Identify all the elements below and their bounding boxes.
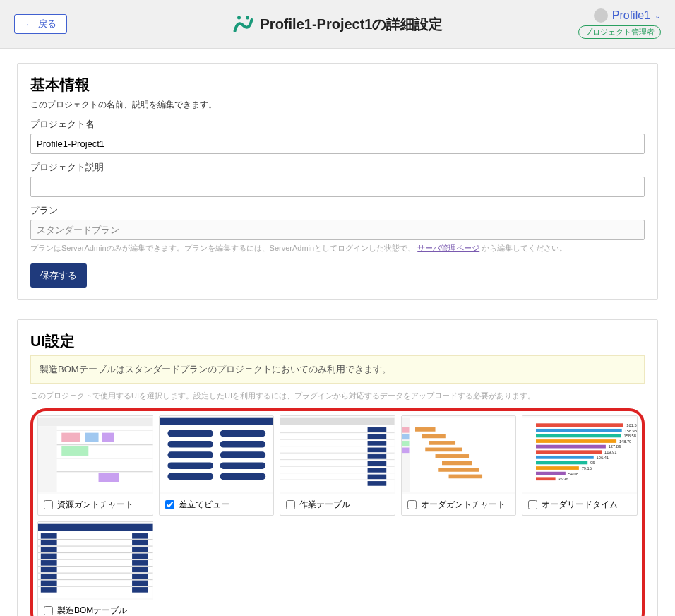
basic-info-section: 基本情報 このプロジェクトの名前、説明を編集できます。 プロジェクト名 プロジェ… xyxy=(17,63,658,300)
back-button[interactable]: ← 戻る xyxy=(14,14,67,34)
svg-rect-89 xyxy=(41,567,57,573)
svg-rect-18 xyxy=(167,441,213,448)
ui-card-resource-gantt: 資源ガントチャート xyxy=(37,415,153,516)
svg-text:79.16: 79.16 xyxy=(582,466,592,470)
svg-rect-53 xyxy=(429,441,455,445)
user-menu[interactable]: Profile1 ⌄ プロジェクト管理者 xyxy=(578,8,661,39)
svg-rect-70 xyxy=(536,450,602,454)
card-foot[interactable]: オーダリードタイム xyxy=(522,494,637,515)
card-foot[interactable]: 作業テーブル xyxy=(280,494,395,515)
svg-rect-52 xyxy=(422,434,445,439)
thumb-work-table xyxy=(280,416,395,494)
card-foot[interactable]: 差立てビュー xyxy=(160,494,274,515)
thumb-order-gantt xyxy=(402,416,516,494)
app-logo-icon xyxy=(232,13,255,35)
card-label: オーダガントチャート xyxy=(421,499,506,511)
svg-rect-49 xyxy=(402,441,410,446)
thumb-dispatch-view xyxy=(160,416,274,494)
topbar: ← 戻る Profile1-Project1の詳細設定 Profile1 ⌄ プ… xyxy=(0,0,675,49)
svg-rect-91 xyxy=(41,581,57,586)
thumb-resource-gantt xyxy=(38,416,153,494)
card-label: 製造BOMテーブル xyxy=(57,605,127,616)
svg-point-0 xyxy=(237,16,241,20)
svg-rect-16 xyxy=(167,430,213,437)
svg-rect-51 xyxy=(415,427,436,432)
thumb-bom-table xyxy=(38,522,153,600)
basic-desc: このプロジェクトの名前、説明を編集できます。 xyxy=(30,99,645,111)
svg-rect-22 xyxy=(167,462,213,469)
role-badge: プロジェクト管理者 xyxy=(578,25,661,39)
svg-rect-27 xyxy=(280,418,395,425)
svg-rect-7 xyxy=(102,433,114,442)
ui-grid: 資源ガントチャート xyxy=(30,408,645,616)
card-foot[interactable]: 製造BOMテーブル xyxy=(38,600,153,616)
svg-rect-56 xyxy=(442,461,472,466)
svg-rect-5 xyxy=(61,433,80,442)
svg-text:148.79: 148.79 xyxy=(619,439,631,444)
svg-rect-85 xyxy=(41,540,57,546)
back-label: 戻る xyxy=(38,18,56,30)
user-name: Profile1 xyxy=(612,9,650,22)
svg-point-1 xyxy=(246,16,249,20)
checkbox-work-table[interactable] xyxy=(286,500,295,509)
svg-rect-60 xyxy=(536,423,623,427)
thumb-order-leadtime: 161.5 158.98 158.58 148.79 127.83 119.91… xyxy=(522,416,637,494)
svg-rect-92 xyxy=(41,587,57,593)
ui-settings-section: UI設定 製造BOMテーブルはスタンダードプランのプロジェクトにおいてのみ利用で… xyxy=(17,319,658,616)
svg-text:95: 95 xyxy=(590,461,595,465)
svg-rect-54 xyxy=(425,448,462,452)
checkbox-order-gantt[interactable] xyxy=(407,500,417,509)
server-admin-link[interactable]: サーバ管理ページ xyxy=(417,244,479,252)
svg-rect-87 xyxy=(41,554,57,559)
ui-card-order-gantt: オーダガントチャート xyxy=(401,415,517,516)
ui-card-dispatch-view: 差立てビュー xyxy=(159,415,275,516)
svg-rect-24 xyxy=(167,473,213,480)
svg-text:127.83: 127.83 xyxy=(609,444,621,449)
svg-rect-62 xyxy=(536,429,622,432)
ui-card-order-leadtime: 161.5 158.98 158.58 148.79 127.83 119.91… xyxy=(522,415,638,516)
svg-rect-57 xyxy=(438,468,479,472)
ui-title: UI設定 xyxy=(30,331,645,351)
card-label: オーダリードタイム xyxy=(542,499,618,511)
svg-rect-58 xyxy=(448,475,482,479)
svg-rect-19 xyxy=(220,441,265,448)
svg-rect-101 xyxy=(132,587,148,593)
card-foot[interactable]: 資源ガントチャート xyxy=(38,494,153,515)
project-desc-input[interactable] xyxy=(30,177,645,197)
plan-input xyxy=(30,220,645,240)
card-label: 資源ガントチャート xyxy=(57,499,133,511)
project-name-input[interactable] xyxy=(30,134,645,154)
basic-save-button[interactable]: 保存する xyxy=(30,263,87,288)
checkbox-dispatch-view[interactable] xyxy=(165,500,174,509)
checkbox-order-leadtime[interactable] xyxy=(528,500,537,509)
svg-text:158.98: 158.98 xyxy=(625,429,637,433)
svg-rect-30 xyxy=(368,441,387,446)
project-desc-label: プロジェクト説明 xyxy=(30,161,645,174)
svg-rect-86 xyxy=(41,547,57,552)
svg-rect-15 xyxy=(160,418,274,425)
svg-rect-76 xyxy=(536,466,579,470)
svg-rect-94 xyxy=(132,540,148,546)
svg-text:54.08: 54.08 xyxy=(568,472,578,476)
card-label: 作業テーブル xyxy=(299,499,350,511)
svg-rect-3 xyxy=(38,418,153,426)
svg-rect-21 xyxy=(220,451,265,458)
checkbox-bom-table[interactable] xyxy=(44,606,53,615)
ui-card-work-table: 作業テーブル xyxy=(280,415,395,516)
svg-rect-88 xyxy=(41,560,57,566)
card-foot[interactable]: オーダガントチャート xyxy=(402,494,516,515)
svg-rect-20 xyxy=(167,451,213,458)
svg-rect-80 xyxy=(536,477,556,480)
checkbox-resource-gantt[interactable] xyxy=(44,500,53,509)
svg-rect-95 xyxy=(132,547,148,552)
ui-desc: このプロジェクトで使用するUIを選択します。設定したUIを利用するには、プラグイ… xyxy=(30,391,645,401)
svg-rect-78 xyxy=(536,472,566,475)
svg-text:119.91: 119.91 xyxy=(604,450,616,454)
ui-card-bom-table: 製造BOMテーブル xyxy=(37,521,153,616)
svg-rect-74 xyxy=(536,461,587,465)
svg-rect-36 xyxy=(368,481,387,486)
svg-rect-23 xyxy=(220,462,265,469)
svg-rect-90 xyxy=(41,574,57,579)
svg-rect-98 xyxy=(132,567,148,573)
svg-rect-33 xyxy=(368,461,387,466)
